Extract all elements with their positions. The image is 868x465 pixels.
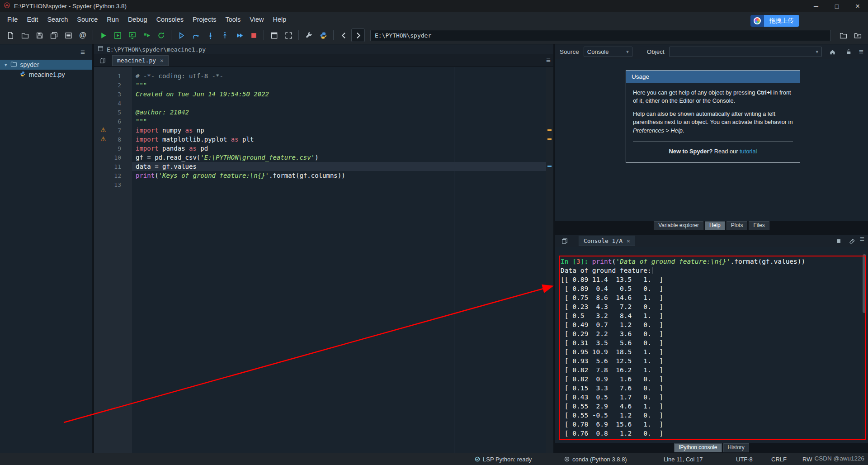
- warning-flag[interactable]: [547, 129, 552, 131]
- run-cell-advance-button[interactable]: [125, 28, 139, 42]
- code-line-4[interactable]: [132, 99, 546, 108]
- menu-projects[interactable]: Projects: [188, 13, 221, 26]
- editor-options-menu-icon[interactable]: ≡: [546, 57, 551, 64]
- csdn-watermark: CSDN @awu1226: [814, 455, 864, 462]
- interpreter-status[interactable]: conda (Python 3.8.8): [564, 453, 627, 465]
- scrollbar-handle[interactable]: [863, 254, 866, 313]
- console-output-row: [ 0.75 8.6 14.6 1. ]: [561, 294, 868, 303]
- find-symbols-button[interactable]: @: [76, 28, 90, 42]
- working-directory-input[interactable]: E:\PYTHON\spyder: [370, 30, 831, 41]
- code-line-1[interactable]: # -*- coding: utf-8 -*-: [132, 71, 546, 81]
- tab-help[interactable]: Help: [705, 221, 725, 230]
- console-tab-label: Console 1/A: [584, 237, 623, 244]
- step-return-button[interactable]: [218, 28, 231, 42]
- menu-tools[interactable]: Tools: [221, 13, 245, 26]
- menu-search[interactable]: Search: [42, 13, 72, 26]
- options-menu-icon[interactable]: ≡: [80, 48, 85, 56]
- code-line-9[interactable]: import pandas as pd: [132, 144, 546, 153]
- expand-caret-icon[interactable]: ▾: [5, 62, 7, 68]
- step-over-button[interactable]: [189, 28, 203, 42]
- tab-close-icon[interactable]: ×: [627, 237, 630, 244]
- continue-button[interactable]: [232, 28, 246, 42]
- editor-tab-meacine1[interactable]: meacine1.py ×: [112, 55, 169, 66]
- run-cell-button[interactable]: [111, 28, 124, 42]
- save-button[interactable]: [33, 28, 46, 42]
- tutorial-link[interactable]: tutorial: [740, 148, 757, 155]
- console-options-menu-icon[interactable]: ≡: [860, 235, 864, 247]
- editor-gutter-lines: 123456⚠7⚠8910111213: [94, 67, 132, 453]
- fullscreen-button[interactable]: [282, 28, 295, 42]
- code-line-12[interactable]: print('Keys of ground feature:\n{}'.form…: [132, 171, 546, 180]
- tab-close-icon[interactable]: ×: [160, 57, 164, 64]
- warning-icon[interactable]: ⚠: [100, 135, 106, 142]
- menu-file[interactable]: File: [3, 13, 22, 26]
- code-line-7[interactable]: import numpy as np: [132, 126, 546, 135]
- project-root-item[interactable]: ▾ spyder: [0, 60, 92, 70]
- console-output-row: [ 0.82 0.9 1.6 0. ]: [561, 375, 868, 384]
- file-switcher-button[interactable]: [61, 28, 75, 42]
- tab-plots[interactable]: Plots: [726, 221, 748, 230]
- code-lines[interactable]: # -*- coding: utf-8 -*-"""Created on Tue…: [132, 67, 546, 453]
- help-options-menu-icon[interactable]: ≡: [859, 48, 863, 56]
- warning-icon[interactable]: ⚠: [100, 126, 106, 133]
- new-file-button[interactable]: [4, 28, 17, 42]
- menu-debug[interactable]: Debug: [123, 13, 152, 26]
- pythonpath-manager-button[interactable]: [316, 28, 330, 42]
- code-line-3[interactable]: Created on Tue Jun 14 19:54:50 2022: [132, 90, 546, 99]
- upload-badge[interactable]: 拖拽上传: [750, 15, 799, 27]
- browse-tabs-button[interactable]: [97, 55, 108, 66]
- console-output-row: [ 0.43 0.5 1.7 0. ]: [561, 394, 868, 403]
- home-button[interactable]: [826, 46, 838, 57]
- parent-directory-button[interactable]: [851, 28, 864, 42]
- help-source-value: Console: [587, 48, 609, 55]
- tab-history[interactable]: History: [723, 443, 749, 452]
- forward-button[interactable]: [351, 28, 365, 42]
- preferences-button[interactable]: [302, 28, 316, 42]
- save-all-button[interactable]: [47, 28, 61, 42]
- stop-debug-button[interactable]: [247, 28, 260, 42]
- project-file-item[interactable]: meacine1.py: [0, 70, 92, 80]
- code-line-5[interactable]: @author: 21042: [132, 108, 546, 117]
- minimize-button[interactable]: ─: [806, 0, 826, 12]
- code-line-8[interactable]: import matplotlib.pyplot as plt: [132, 135, 546, 144]
- menu-source[interactable]: Source: [72, 13, 102, 26]
- tab-variable-explorer[interactable]: Variable explorer: [654, 221, 703, 230]
- editor-scroll-flags[interactable]: [546, 67, 553, 453]
- browse-directory-button[interactable]: [836, 28, 850, 42]
- run-selection-button[interactable]: [140, 28, 153, 42]
- console-body[interactable]: In [3]: print('Data of ground feature:\n…: [555, 247, 868, 443]
- tab-files[interactable]: Files: [749, 221, 769, 230]
- interrupt-kernel-button[interactable]: [833, 235, 844, 247]
- upload-badge-label: 拖拽上传: [764, 15, 799, 27]
- code-line-13[interactable]: [132, 180, 546, 189]
- editor-body[interactable]: 123456⚠7⚠8910111213 # -*- coding: utf-8 …: [94, 67, 553, 453]
- folder-icon: [10, 61, 17, 69]
- menu-run[interactable]: Run: [102, 13, 123, 26]
- menu-view[interactable]: View: [245, 13, 268, 26]
- menu-help[interactable]: Help: [269, 13, 291, 26]
- console-tab[interactable]: Console 1/A ×: [579, 236, 635, 246]
- menu-consoles[interactable]: Consoles: [152, 13, 188, 26]
- maximize-button[interactable]: □: [826, 0, 847, 12]
- code-line-10[interactable]: gf = pd.read_csv('E:\PYTHON\ground_featu…: [132, 153, 546, 162]
- tab-ipython-console[interactable]: IPython console: [674, 443, 722, 452]
- open-file-button[interactable]: [18, 28, 32, 42]
- help-object-select[interactable]: ▾: [669, 47, 822, 57]
- warning-flag[interactable]: [547, 138, 552, 140]
- clear-console-button[interactable]: [846, 235, 858, 247]
- back-button[interactable]: [337, 28, 350, 42]
- debug-file-button[interactable]: [175, 28, 188, 42]
- console-scrollbar[interactable]: [862, 250, 867, 441]
- help-source-select[interactable]: Console ▾: [584, 47, 632, 57]
- code-line-2[interactable]: """: [132, 81, 546, 90]
- close-button[interactable]: ×: [847, 0, 868, 12]
- maximize-pane-button[interactable]: [267, 28, 281, 42]
- code-line-6[interactable]: """: [132, 117, 546, 126]
- run-file-button[interactable]: [96, 28, 110, 42]
- menu-edit[interactable]: Edit: [22, 13, 42, 26]
- console-output: In [3]: print('Data of ground feature:\n…: [561, 258, 868, 439]
- lock-button[interactable]: [843, 46, 854, 57]
- step-into-button[interactable]: [203, 28, 217, 42]
- rerun-cell-button[interactable]: [154, 28, 168, 42]
- code-line-11[interactable]: data = gf.values: [132, 162, 546, 171]
